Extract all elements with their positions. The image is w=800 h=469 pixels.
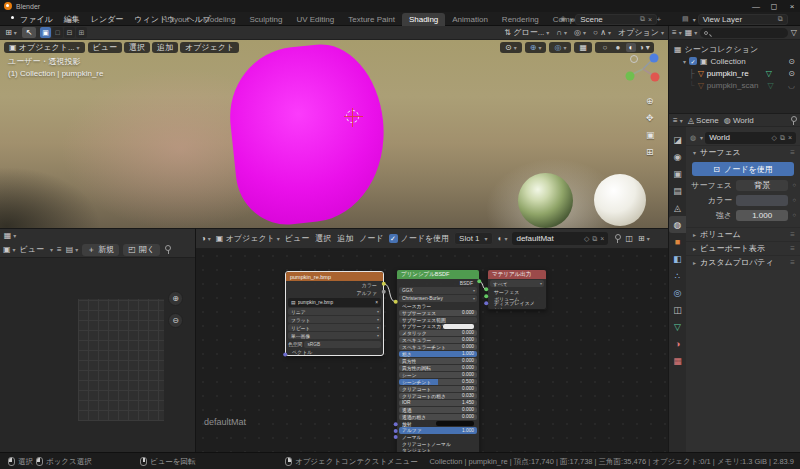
collapsed-panel-header[interactable]: ▸ ビューポート表示 ≡	[686, 241, 800, 255]
node-input-row[interactable]: サブサーフェスカラー	[399, 323, 477, 330]
workspace-tab[interactable]: UV Editing	[289, 13, 341, 26]
close-button[interactable]: ×	[784, 0, 800, 12]
workspace-tab[interactable]: Texture Paint	[341, 13, 402, 26]
pin-icon[interactable]	[613, 234, 620, 243]
hamburger-icon[interactable]: ≡	[57, 245, 62, 254]
properties-tab-object[interactable]: ■	[669, 233, 686, 250]
selected-object-pumpkin[interactable]	[223, 40, 393, 228]
properties-tab-constraints[interactable]: ◫	[669, 301, 686, 318]
properties-tab-physics[interactable]: ◎	[669, 284, 686, 301]
viewport-menu-item[interactable]: 追加	[152, 42, 178, 53]
scene-name[interactable]: Scene	[580, 15, 637, 24]
socket-bsdf-out[interactable]: BSDF	[397, 279, 479, 286]
backdrop-icon[interactable]: ◫	[625, 234, 633, 243]
new-datablock-icon[interactable]: ⧉	[592, 235, 597, 243]
unlink-icon[interactable]: ×	[375, 300, 378, 305]
socket-color-out[interactable]: カラー	[286, 281, 383, 289]
workspace-tab[interactable]: Animation	[445, 13, 495, 26]
eye-closed-icon[interactable]: ◡	[788, 81, 795, 90]
colorspace-dropdown[interactable]: sRGB	[304, 341, 381, 348]
unlink-icon[interactable]: ×	[600, 235, 604, 242]
material-icon[interactable]: ◐▾	[498, 234, 508, 243]
editor-type-button[interactable]: ◑▾	[201, 234, 211, 243]
property-value[interactable]	[736, 195, 788, 206]
minimize-button[interactable]: —	[748, 0, 764, 12]
properties-editor-icon[interactable]: ≡▾	[673, 116, 683, 125]
outliner-display-mode-icon[interactable]: ≡▾	[672, 28, 682, 37]
socket-displacement-in[interactable]: ディスプレイスメント	[488, 302, 546, 309]
workspace-tab[interactable]: Layout	[158, 13, 196, 26]
node-input-row[interactable]: IOR 1.450	[399, 400, 477, 407]
node-input-row[interactable]: メタリック 0.000	[399, 330, 477, 337]
zoom-in-button[interactable]: ⊕	[168, 291, 183, 306]
property-value[interactable]: 背景	[736, 180, 788, 191]
collapsed-panel-header[interactable]: ▸ ボリューム ≡	[686, 227, 800, 241]
node-input-row[interactable]: 透過 0.000	[399, 407, 477, 414]
eye-open-icon[interactable]: ⊙	[788, 57, 795, 66]
property-value[interactable]: 1.000	[736, 210, 788, 221]
new-datablock-icon[interactable]: ⧉	[780, 134, 785, 142]
node-header[interactable]: pumpkin_re.bmp	[286, 272, 383, 281]
workspace-tab[interactable]: Sculpting	[243, 13, 290, 26]
material-name-field[interactable]: defaultMat ◇ ⧉ ×	[512, 232, 608, 245]
node-input-row[interactable]: サブサーフェス 0.000	[399, 310, 477, 317]
principled-bsdf-node[interactable]: プリンシプルBSDF BSDF GGX Christensen-Burley ベ…	[396, 269, 480, 452]
options-dropdown[interactable]: オプション▾	[618, 27, 664, 38]
breadcrumb-world[interactable]: ◍ World	[724, 116, 754, 125]
image-browse-icon[interactable]: ▤▾	[66, 245, 79, 254]
workspace-tab[interactable]: Modeling	[196, 13, 242, 26]
new-datablock-icon[interactable]: ⧉	[778, 15, 783, 23]
disclosure-icon[interactable]: ▾	[683, 58, 686, 65]
panel-menu-icon[interactable]: ≡	[790, 148, 795, 157]
menu-item[interactable]: レンダー	[91, 14, 124, 25]
maximize-button[interactable]: ◻	[766, 0, 782, 12]
socket-vector-in[interactable]: ベクトル	[286, 348, 383, 355]
node-input-row[interactable]: ノーマル	[399, 434, 477, 441]
node-menu-item[interactable]: ノード	[359, 233, 383, 244]
properties-tab-output[interactable]: ▣	[669, 165, 686, 182]
menu-item[interactable]: ファイル	[20, 14, 53, 25]
node-menu-item[interactable]: 選択	[315, 233, 331, 244]
properties-tab-render[interactable]: ◉	[669, 148, 686, 165]
panel-menu-icon[interactable]: ≡	[790, 244, 795, 253]
panel-menu-icon[interactable]: ≡	[790, 230, 795, 239]
panel-menu-icon[interactable]: ≡	[790, 258, 795, 267]
extension-dropdown[interactable]: リピート	[288, 324, 381, 331]
new-image-button[interactable]: ＋ 新規	[82, 244, 119, 256]
outliner-search[interactable]	[700, 28, 788, 38]
fake-user-icon[interactable]: ◇	[772, 134, 777, 142]
unlink-icon[interactable]: ×	[648, 16, 652, 23]
distribution-dropdown[interactable]: GGX	[399, 287, 477, 294]
node-header[interactable]: マテリアル出力	[488, 270, 546, 279]
view-layer-selector[interactable]: ▤▾ View Layer⧉	[682, 14, 788, 25]
world-name-field[interactable]: World	[709, 133, 768, 142]
select-intersect-icon[interactable]: ⊞	[76, 27, 87, 38]
node-header[interactable]: プリンシプルBSDF	[397, 270, 479, 279]
use-nodes-button[interactable]: ⊡ ノードを使用	[692, 162, 794, 176]
gizmo-toggle-icon[interactable]: ⊕▾	[525, 42, 547, 53]
animate-dot-icon[interactable]: ○	[792, 197, 796, 203]
properties-tab-view-layer[interactable]: ▤	[669, 182, 686, 199]
node-input-row[interactable]: クリアコート 0.000	[399, 386, 477, 393]
viewport-menu-item[interactable]: オブジェクト	[180, 42, 239, 53]
node-canvas[interactable]: defaultMat pumpkin_re.bmp カラー アルファ ▤ pum…	[196, 249, 668, 452]
editor-type-button[interactable]: ⊞▾	[4, 27, 18, 38]
viewport-menu-item[interactable]: ビュー	[88, 42, 122, 53]
properties-tab-modifiers[interactable]: ◧	[669, 250, 686, 267]
animate-dot-icon[interactable]: ○	[792, 182, 796, 188]
use-nodes-checkbox[interactable]: ✓ ノードを使用	[389, 233, 450, 244]
animate-dot-icon[interactable]: ○	[792, 212, 796, 218]
zoom-out-button[interactable]: ⊖	[168, 313, 183, 328]
navigation-gizmo[interactable]	[624, 50, 662, 88]
shader-type-dropdown[interactable]: ▣ オブジェクト▾	[216, 233, 280, 244]
node-input-row[interactable]: シーンチント 0.500	[399, 379, 477, 386]
properties-tab-world[interactable]: ◍	[669, 216, 686, 233]
snap-target-icon[interactable]: ◎▾	[574, 28, 586, 37]
xray-toggle-icon[interactable]: ▦	[574, 42, 592, 53]
node-input-row[interactable]: クリアコートの粗さ 0.030	[399, 393, 477, 400]
outliner-collection-row[interactable]: ▾ ✓ ▣ Collection ⊙	[669, 55, 800, 67]
outliner-object-row[interactable]: └ ▽ pumpkin_scan ▽ ◡	[669, 79, 800, 91]
node-input-row[interactable]: 異方性 0.000	[399, 358, 477, 365]
select-subtract-icon[interactable]: ⊟	[64, 27, 75, 38]
eye-open-icon[interactable]: ⊙	[788, 69, 795, 78]
